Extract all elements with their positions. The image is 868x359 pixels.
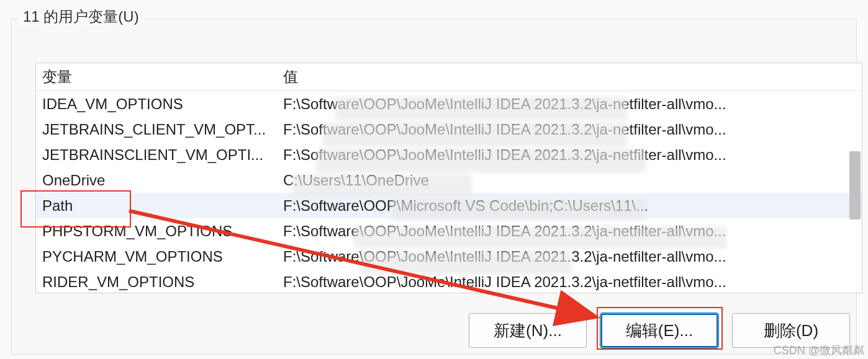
var-value: F:\Software\OOP\JooMe\IntelliJ IDEA 2021… xyxy=(278,91,862,117)
group-title: 11 的用户变量(U) xyxy=(18,7,144,25)
table-row[interactable]: OneDrive C:\Users\11\OneDrive xyxy=(36,167,862,193)
button-row: 新建(N)... 编辑(E)... 删除(D) xyxy=(469,313,850,348)
var-name: JETBRAINS_CLIENT_VM_OPT... xyxy=(36,117,278,142)
vertical-scrollbar[interactable] xyxy=(849,91,861,290)
delete-button[interactable]: 删除(D) xyxy=(732,313,850,348)
table-row[interactable]: JETBRAINS_CLIENT_VM_OPT... F:\Software\O… xyxy=(36,117,862,142)
var-value: F:\Software\OOP\JooMe\IntelliJ IDEA 2021… xyxy=(278,244,862,269)
var-name: PHPSTORM_VM_OPTIONS xyxy=(36,218,278,244)
var-name: Path xyxy=(36,193,278,218)
table-row[interactable]: RIDER_VM_OPTIONS F:\Software\OOP\JooMe\I… xyxy=(36,269,862,293)
var-value: F:\Software\OOP\JooMe\IntelliJ IDEA 2021… xyxy=(278,117,862,142)
variables-list[interactable]: 变量 值 IDEA_VM_OPTIONS F:\Software\OOP\Joo… xyxy=(35,63,862,293)
var-value: F:\Software\OOP\Microsoft VS Code\bin;C:… xyxy=(278,193,862,218)
table-row[interactable]: PYCHARM_VM_OPTIONS F:\Software\OOP\JooMe… xyxy=(36,244,862,269)
table-row-path[interactable]: Path F:\Software\OOP\Microsoft VS Code\b… xyxy=(36,193,862,218)
column-value[interactable]: 值 xyxy=(278,63,862,91)
column-name[interactable]: 变量 xyxy=(36,63,278,91)
edit-button[interactable]: 编辑(E)... xyxy=(600,313,718,348)
var-value: F:\Software\OOP\JooMe\IntelliJ IDEA 2021… xyxy=(278,269,862,293)
scrollbar-thumb[interactable] xyxy=(849,151,861,219)
var-value: C:\Users\11\OneDrive xyxy=(278,167,862,193)
table-row[interactable]: IDEA_VM_OPTIONS F:\Software\OOP\JooMe\In… xyxy=(36,91,862,117)
list-body[interactable]: IDEA_VM_OPTIONS F:\Software\OOP\JooMe\In… xyxy=(36,91,862,293)
table-row[interactable]: JETBRAINSCLIENT_VM_OPTI... F:\Software\O… xyxy=(36,142,862,167)
column-header[interactable]: 变量 值 xyxy=(36,63,862,91)
user-variables-group: 11 的用户变量(U) 变量 值 IDEA_VM_OPTIONS F:\Soft… xyxy=(11,19,857,355)
var-value: F:\Software\OOP\JooMe\IntelliJ IDEA 2021… xyxy=(278,218,862,244)
var-name: JETBRAINSCLIENT_VM_OPTI... xyxy=(36,142,278,167)
var-name: PYCHARM_VM_OPTIONS xyxy=(36,244,278,269)
new-button[interactable]: 新建(N)... xyxy=(469,313,587,348)
var-name: IDEA_VM_OPTIONS xyxy=(36,91,278,117)
table-row[interactable]: PHPSTORM_VM_OPTIONS F:\Software\OOP\JooM… xyxy=(36,218,862,244)
var-value: F:\Software\OOP\JooMe\IntelliJ IDEA 2021… xyxy=(278,142,862,167)
var-name: RIDER_VM_OPTIONS xyxy=(36,269,278,293)
var-name: OneDrive xyxy=(36,167,278,193)
